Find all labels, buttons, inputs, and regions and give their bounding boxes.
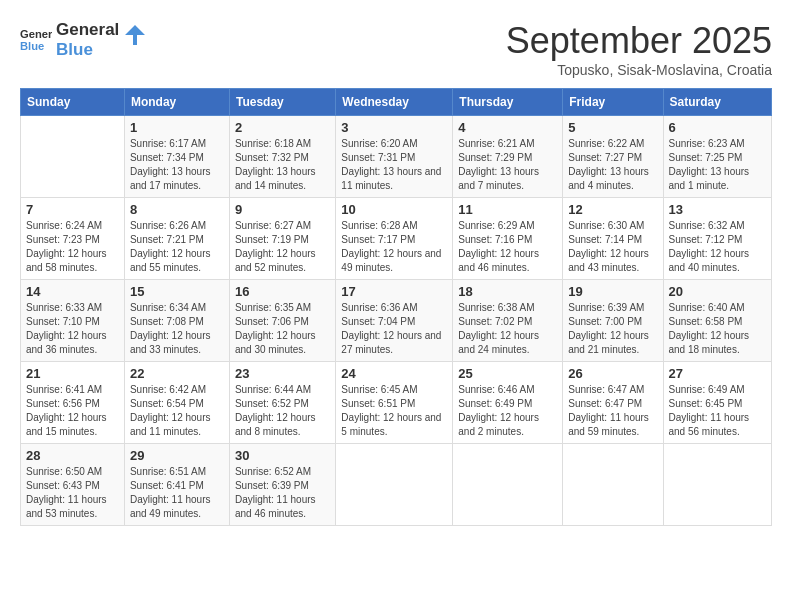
day-info: Sunrise: 6:45 AMSunset: 6:51 PMDaylight:… (341, 383, 447, 439)
day-number: 16 (235, 284, 330, 299)
day-info: Sunrise: 6:39 AMSunset: 7:00 PMDaylight:… (568, 301, 657, 357)
calendar-cell: 29Sunrise: 6:51 AMSunset: 6:41 PMDayligh… (124, 444, 229, 526)
logo-icon: General Blue (20, 24, 52, 56)
calendar-cell: 2Sunrise: 6:18 AMSunset: 7:32 PMDaylight… (229, 116, 335, 198)
calendar-cell: 9Sunrise: 6:27 AMSunset: 7:19 PMDaylight… (229, 198, 335, 280)
week-row-3: 14Sunrise: 6:33 AMSunset: 7:10 PMDayligh… (21, 280, 772, 362)
day-info: Sunrise: 6:41 AMSunset: 6:56 PMDaylight:… (26, 383, 119, 439)
calendar-cell: 28Sunrise: 6:50 AMSunset: 6:43 PMDayligh… (21, 444, 125, 526)
day-info: Sunrise: 6:22 AMSunset: 7:27 PMDaylight:… (568, 137, 657, 193)
day-number: 4 (458, 120, 557, 135)
week-row-5: 28Sunrise: 6:50 AMSunset: 6:43 PMDayligh… (21, 444, 772, 526)
week-row-4: 21Sunrise: 6:41 AMSunset: 6:56 PMDayligh… (21, 362, 772, 444)
week-row-2: 7Sunrise: 6:24 AMSunset: 7:23 PMDaylight… (21, 198, 772, 280)
calendar-cell: 26Sunrise: 6:47 AMSunset: 6:47 PMDayligh… (563, 362, 663, 444)
weekday-header-row: SundayMondayTuesdayWednesdayThursdayFrid… (21, 89, 772, 116)
calendar-cell: 11Sunrise: 6:29 AMSunset: 7:16 PMDayligh… (453, 198, 563, 280)
day-number: 5 (568, 120, 657, 135)
day-info: Sunrise: 6:29 AMSunset: 7:16 PMDaylight:… (458, 219, 557, 275)
day-number: 21 (26, 366, 119, 381)
day-number: 19 (568, 284, 657, 299)
day-info: Sunrise: 6:44 AMSunset: 6:52 PMDaylight:… (235, 383, 330, 439)
location-subtitle: Topusko, Sisak-Moslavina, Croatia (506, 62, 772, 78)
calendar-cell (21, 116, 125, 198)
day-info: Sunrise: 6:20 AMSunset: 7:31 PMDaylight:… (341, 137, 447, 193)
day-info: Sunrise: 6:47 AMSunset: 6:47 PMDaylight:… (568, 383, 657, 439)
day-number: 3 (341, 120, 447, 135)
weekday-header-saturday: Saturday (663, 89, 772, 116)
calendar-cell: 1Sunrise: 6:17 AMSunset: 7:34 PMDaylight… (124, 116, 229, 198)
calendar-cell (336, 444, 453, 526)
day-number: 17 (341, 284, 447, 299)
day-number: 15 (130, 284, 224, 299)
day-number: 24 (341, 366, 447, 381)
weekday-header-wednesday: Wednesday (336, 89, 453, 116)
page-header: General Blue General Blue September 2025… (20, 20, 772, 78)
calendar-cell: 16Sunrise: 6:35 AMSunset: 7:06 PMDayligh… (229, 280, 335, 362)
calendar-cell: 6Sunrise: 6:23 AMSunset: 7:25 PMDaylight… (663, 116, 772, 198)
calendar-cell: 19Sunrise: 6:39 AMSunset: 7:00 PMDayligh… (563, 280, 663, 362)
day-number: 1 (130, 120, 224, 135)
day-info: Sunrise: 6:52 AMSunset: 6:39 PMDaylight:… (235, 465, 330, 521)
calendar-cell (563, 444, 663, 526)
day-info: Sunrise: 6:51 AMSunset: 6:41 PMDaylight:… (130, 465, 224, 521)
week-row-1: 1Sunrise: 6:17 AMSunset: 7:34 PMDaylight… (21, 116, 772, 198)
day-info: Sunrise: 6:50 AMSunset: 6:43 PMDaylight:… (26, 465, 119, 521)
day-info: Sunrise: 6:23 AMSunset: 7:25 PMDaylight:… (669, 137, 767, 193)
day-info: Sunrise: 6:32 AMSunset: 7:12 PMDaylight:… (669, 219, 767, 275)
calendar-cell (453, 444, 563, 526)
day-number: 12 (568, 202, 657, 217)
calendar-cell: 21Sunrise: 6:41 AMSunset: 6:56 PMDayligh… (21, 362, 125, 444)
day-number: 14 (26, 284, 119, 299)
calendar-cell: 5Sunrise: 6:22 AMSunset: 7:27 PMDaylight… (563, 116, 663, 198)
day-number: 13 (669, 202, 767, 217)
calendar-table: SundayMondayTuesdayWednesdayThursdayFrid… (20, 88, 772, 526)
day-info: Sunrise: 6:40 AMSunset: 6:58 PMDaylight:… (669, 301, 767, 357)
day-info: Sunrise: 6:34 AMSunset: 7:08 PMDaylight:… (130, 301, 224, 357)
day-number: 7 (26, 202, 119, 217)
calendar-cell: 15Sunrise: 6:34 AMSunset: 7:08 PMDayligh… (124, 280, 229, 362)
calendar-cell: 20Sunrise: 6:40 AMSunset: 6:58 PMDayligh… (663, 280, 772, 362)
calendar-cell: 3Sunrise: 6:20 AMSunset: 7:31 PMDaylight… (336, 116, 453, 198)
weekday-header-tuesday: Tuesday (229, 89, 335, 116)
day-number: 2 (235, 120, 330, 135)
day-number: 27 (669, 366, 767, 381)
day-info: Sunrise: 6:42 AMSunset: 6:54 PMDaylight:… (130, 383, 224, 439)
day-info: Sunrise: 6:17 AMSunset: 7:34 PMDaylight:… (130, 137, 224, 193)
day-number: 28 (26, 448, 119, 463)
day-info: Sunrise: 6:49 AMSunset: 6:45 PMDaylight:… (669, 383, 767, 439)
calendar-cell (663, 444, 772, 526)
day-number: 26 (568, 366, 657, 381)
day-number: 23 (235, 366, 330, 381)
calendar-cell: 14Sunrise: 6:33 AMSunset: 7:10 PMDayligh… (21, 280, 125, 362)
calendar-cell: 18Sunrise: 6:38 AMSunset: 7:02 PMDayligh… (453, 280, 563, 362)
calendar-cell: 25Sunrise: 6:46 AMSunset: 6:49 PMDayligh… (453, 362, 563, 444)
day-info: Sunrise: 6:27 AMSunset: 7:19 PMDaylight:… (235, 219, 330, 275)
day-info: Sunrise: 6:38 AMSunset: 7:02 PMDaylight:… (458, 301, 557, 357)
day-number: 29 (130, 448, 224, 463)
weekday-header-friday: Friday (563, 89, 663, 116)
day-number: 11 (458, 202, 557, 217)
day-number: 22 (130, 366, 224, 381)
day-number: 30 (235, 448, 330, 463)
day-info: Sunrise: 6:36 AMSunset: 7:04 PMDaylight:… (341, 301, 447, 357)
month-title: September 2025 (506, 20, 772, 62)
svg-marker-3 (125, 25, 145, 45)
logo-arrow-icon (125, 25, 145, 45)
calendar-cell: 24Sunrise: 6:45 AMSunset: 6:51 PMDayligh… (336, 362, 453, 444)
logo: General Blue General Blue (20, 20, 145, 61)
calendar-cell: 8Sunrise: 6:26 AMSunset: 7:21 PMDaylight… (124, 198, 229, 280)
svg-text:Blue: Blue (20, 41, 44, 53)
day-number: 10 (341, 202, 447, 217)
day-info: Sunrise: 6:18 AMSunset: 7:32 PMDaylight:… (235, 137, 330, 193)
calendar-cell: 22Sunrise: 6:42 AMSunset: 6:54 PMDayligh… (124, 362, 229, 444)
day-info: Sunrise: 6:26 AMSunset: 7:21 PMDaylight:… (130, 219, 224, 275)
svg-text:General: General (20, 29, 52, 41)
day-number: 25 (458, 366, 557, 381)
day-number: 20 (669, 284, 767, 299)
day-number: 18 (458, 284, 557, 299)
weekday-header-monday: Monday (124, 89, 229, 116)
calendar-cell: 30Sunrise: 6:52 AMSunset: 6:39 PMDayligh… (229, 444, 335, 526)
calendar-cell: 23Sunrise: 6:44 AMSunset: 6:52 PMDayligh… (229, 362, 335, 444)
calendar-cell: 4Sunrise: 6:21 AMSunset: 7:29 PMDaylight… (453, 116, 563, 198)
